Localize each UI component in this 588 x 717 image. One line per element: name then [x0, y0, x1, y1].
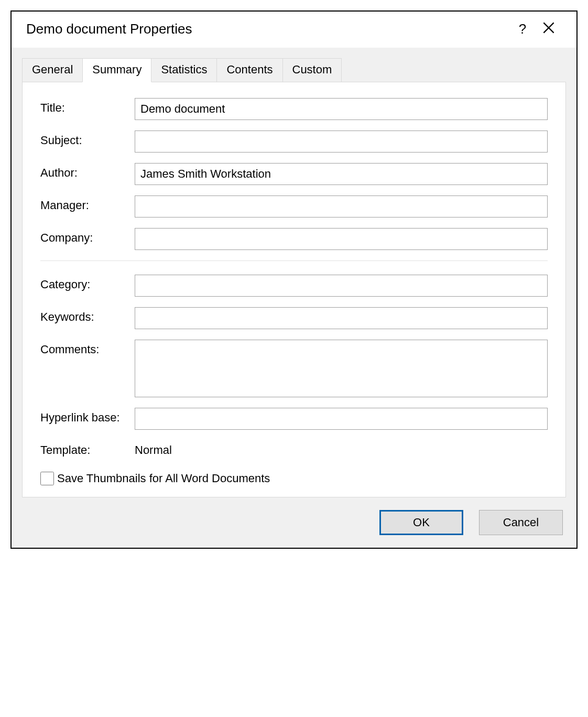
template-value: Normal — [135, 440, 548, 457]
row-title: Title: — [40, 98, 548, 120]
tab-custom[interactable]: Custom — [282, 58, 342, 82]
titlebar: Demo document Properties ? — [12, 12, 576, 48]
category-field[interactable] — [135, 275, 548, 297]
row-company: Company: — [40, 228, 548, 250]
tab-summary[interactable]: Summary — [82, 58, 151, 82]
row-subject: Subject: — [40, 131, 548, 153]
dialog-client-area: General Summary Statistics Contents Cust… — [12, 48, 576, 548]
row-manager: Manager: — [40, 195, 548, 218]
row-comments: Comments: — [40, 340, 548, 397]
row-hyperlink-base: Hyperlink base: — [40, 408, 548, 430]
label-subject: Subject: — [40, 131, 135, 147]
manager-field[interactable] — [135, 195, 548, 218]
row-author: Author: — [40, 163, 548, 185]
label-manager: Manager: — [40, 195, 135, 212]
subject-field[interactable] — [135, 131, 548, 153]
author-field[interactable] — [135, 163, 548, 185]
label-template: Template: — [40, 440, 135, 457]
row-category: Category: — [40, 275, 548, 297]
help-icon[interactable]: ? — [509, 21, 536, 37]
keywords-field[interactable] — [135, 307, 548, 329]
company-field[interactable] — [135, 228, 548, 250]
label-keywords: Keywords: — [40, 307, 135, 324]
ok-button[interactable]: OK — [379, 510, 463, 535]
label-comments: Comments: — [40, 340, 135, 356]
tab-contents[interactable]: Contents — [216, 58, 282, 82]
label-hyperlink-base: Hyperlink base: — [40, 408, 135, 425]
tab-statistics[interactable]: Statistics — [151, 58, 217, 82]
comments-field[interactable] — [135, 340, 548, 397]
properties-dialog: Demo document Properties ? General Summa… — [10, 10, 578, 549]
save-thumbnails-checkbox[interactable] — [40, 472, 54, 485]
summary-tabpanel: Title: Subject: Author: Manager: Company… — [22, 82, 566, 497]
cancel-button[interactable]: Cancel — [479, 510, 563, 535]
label-author: Author: — [40, 163, 135, 180]
dialog-title: Demo document Properties — [26, 21, 509, 37]
hyperlink-base-field[interactable] — [135, 408, 548, 430]
tab-general[interactable]: General — [22, 58, 83, 82]
row-template: Template: Normal — [40, 440, 548, 457]
tabstrip: General Summary Statistics Contents Cust… — [22, 58, 566, 82]
label-save-thumbnails[interactable]: Save Thumbnails for All Word Documents — [57, 472, 270, 485]
title-field[interactable] — [135, 98, 548, 120]
label-company: Company: — [40, 228, 135, 245]
label-category: Category: — [40, 275, 135, 291]
row-save-thumbnails: Save Thumbnails for All Word Documents — [40, 472, 548, 485]
close-icon[interactable] — [536, 21, 562, 37]
section-divider — [40, 260, 548, 261]
label-title: Title: — [40, 98, 135, 115]
dialog-button-row: OK Cancel — [22, 510, 566, 535]
row-keywords: Keywords: — [40, 307, 548, 329]
